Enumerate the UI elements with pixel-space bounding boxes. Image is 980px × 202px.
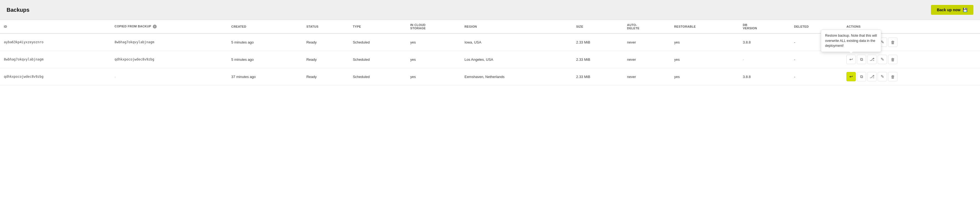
row3-db-version: 3.8.8: [739, 68, 790, 85]
backup-btn-label: Back up now: [937, 8, 961, 12]
row2-restore-button[interactable]: ↩: [846, 55, 856, 64]
row3-actions-cell: ↩ ⧉ ⎇ ✎ 🗑: [846, 72, 976, 81]
col-in-cloud-storage: IN CLOUDSTORAGE: [406, 20, 461, 33]
table-container: ID COPIED FROM BACKUP i CREATED STATUS T…: [0, 20, 980, 85]
row1-copied-from: 8wbhag7okqvylabjnagm: [111, 33, 228, 51]
row3-delete-button[interactable]: 🗑: [888, 72, 897, 81]
row2-db-version: -: [739, 51, 790, 68]
page-header: Backups Back up now 💾: [0, 0, 980, 20]
row3-deleted: -: [790, 68, 843, 85]
page-title: Backups: [6, 7, 29, 13]
col-region: REGION: [461, 20, 572, 33]
row3-branch-button[interactable]: ⎇: [867, 72, 877, 81]
table-row: 8wbhag7okqvylabjnagm qdhkxpocojwdec8v9zb…: [0, 51, 980, 68]
col-created: CREATED: [228, 20, 302, 33]
row2-in-cloud-storage: yes: [406, 51, 461, 68]
row2-status: Ready: [302, 51, 349, 68]
col-type: TYPE: [349, 20, 406, 33]
row1-delete-button[interactable]: 🗑: [888, 38, 897, 47]
row2-created: 5 minutes ago: [228, 51, 302, 68]
row2-type: Scheduled: [349, 51, 406, 68]
row2-branch-button[interactable]: ⎇: [867, 55, 877, 64]
row3-copied-from: -: [111, 68, 228, 85]
col-deleted: DELETED: [790, 20, 843, 33]
row2-id: 8wbhag7okqvylabjnagm: [0, 51, 111, 68]
row1-copy-button[interactable]: ⧉: [857, 38, 866, 47]
row2-restore-container: ↩ Restore backup. Note that this will ov…: [846, 55, 856, 64]
row1-edit-button[interactable]: ✎: [878, 38, 887, 47]
row2-copy-button[interactable]: ⧉: [857, 55, 866, 64]
row1-type: Scheduled: [349, 33, 406, 51]
row3-in-cloud-storage: yes: [406, 68, 461, 85]
row1-deleted: -: [790, 33, 843, 51]
row3-auto-delete: never: [623, 68, 671, 85]
row1-region: Iowa, USA: [461, 33, 572, 51]
row2-auto-delete: never: [623, 51, 671, 68]
row1-id: ayba63kp4iyxzeyoznro: [0, 33, 111, 51]
page-container: Backups Back up now 💾 ID COPIED FROM BAC…: [0, 0, 980, 202]
col-id: ID: [0, 20, 111, 33]
row3-copy-button[interactable]: ⧉: [857, 72, 866, 81]
col-status: STATUS: [302, 20, 349, 33]
row1-size: 2.33 MiB: [572, 33, 623, 51]
row1-actions: ↩ ⧉ ⎇ ✎ 🗑: [843, 33, 980, 51]
backups-table: ID COPIED FROM BACKUP i CREATED STATUS T…: [0, 20, 980, 85]
table-row: qdhkxpocojwdec8v9zbg - 37 minutes ago Re…: [0, 68, 980, 85]
row3-size: 2.33 MiB: [572, 68, 623, 85]
row3-created: 37 minutes ago: [228, 68, 302, 85]
row3-type: Scheduled: [349, 68, 406, 85]
row2-size: 2.33 MiB: [572, 51, 623, 68]
table-row: ayba63kp4iyxzeyoznro 8wbhag7okqvylabjnag…: [0, 33, 980, 51]
col-auto-delete: AUTO-DELETE: [623, 20, 671, 33]
row2-edit-button[interactable]: ✎: [878, 55, 887, 64]
row1-restore-button[interactable]: ↩: [846, 38, 856, 47]
col-restorable: RESTORABLE: [670, 20, 739, 33]
row1-created: 5 minutes ago: [228, 33, 302, 51]
backup-now-button[interactable]: Back up now 💾: [931, 5, 974, 15]
row2-region: Los Angeles, USA: [461, 51, 572, 68]
row3-status: Ready: [302, 68, 349, 85]
row3-restore-button[interactable]: ↩: [846, 72, 856, 81]
row2-actions-cell: ↩ Restore backup. Note that this will ov…: [846, 55, 976, 64]
row2-actions: ↩ Restore backup. Note that this will ov…: [843, 51, 980, 68]
row1-restorable: yes: [670, 33, 739, 51]
row1-in-cloud-storage: yes: [406, 33, 461, 51]
row1-actions-cell: ↩ ⧉ ⎇ ✎ 🗑: [846, 38, 976, 47]
col-actions: ACTIONS: [843, 20, 980, 33]
row3-id: qdhkxpocojwdec8v9zbg: [0, 68, 111, 85]
table-header-row: ID COPIED FROM BACKUP i CREATED STATUS T…: [0, 20, 980, 33]
row3-edit-button[interactable]: ✎: [878, 72, 887, 81]
row3-actions: ↩ ⧉ ⎇ ✎ 🗑: [843, 68, 980, 85]
col-copied-from: COPIED FROM BACKUP i: [111, 20, 228, 33]
row2-delete-button[interactable]: 🗑: [888, 55, 897, 64]
copied-from-info-icon[interactable]: i: [153, 25, 157, 28]
col-db-version: DBVERSION: [739, 20, 790, 33]
backup-btn-icon: 💾: [963, 8, 967, 12]
row2-restorable: yes: [670, 51, 739, 68]
row1-status: Ready: [302, 33, 349, 51]
row1-auto-delete: never: [623, 33, 671, 51]
col-size: SIZE: [572, 20, 623, 33]
row1-db-version: 3.8.8: [739, 33, 790, 51]
row2-deleted: -: [790, 51, 843, 68]
row1-branch-button[interactable]: ⎇: [867, 38, 877, 47]
row2-copied-from: qdhkxpocojwdec8v9zbg: [111, 51, 228, 68]
row3-region: Eemshaven, Netherlands: [461, 68, 572, 85]
row3-restorable: yes: [670, 68, 739, 85]
